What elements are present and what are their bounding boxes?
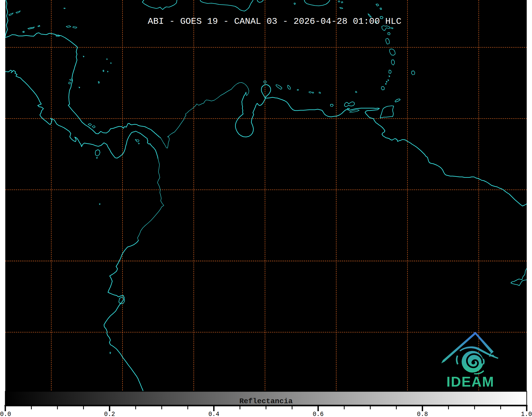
svg-text:Reflectancia: Reflectancia (239, 397, 293, 405)
svg-text:0.2: 0.2 (104, 411, 115, 417)
svg-text:ABI - GOES 19 - CANAL 03 - 202: ABI - GOES 19 - CANAL 03 - 2026-04-28 01… (148, 16, 402, 26)
svg-text:0.0: 0.0 (0, 411, 11, 417)
svg-text:IDEAM: IDEAM (447, 374, 494, 389)
svg-text:1.0: 1.0 (521, 411, 532, 417)
svg-text:0.8: 0.8 (417, 411, 428, 417)
svg-text:0.4: 0.4 (208, 411, 219, 417)
svg-text:0.6: 0.6 (313, 411, 324, 417)
